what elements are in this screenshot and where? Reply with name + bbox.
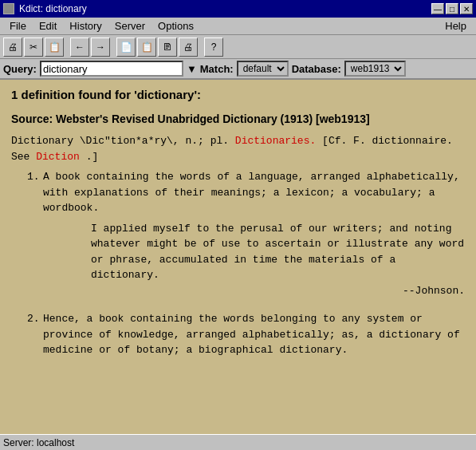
- query-label: Query:: [3, 63, 37, 75]
- menu-options[interactable]: Options: [151, 18, 200, 34]
- titlebar-controls: — □ ✕: [431, 3, 473, 14]
- menu-history[interactable]: History: [63, 18, 108, 34]
- quote-block: I applied myself to the perusal of our w…: [91, 221, 465, 299]
- database-dropdown[interactable]: web1913: [344, 61, 406, 77]
- statusbar: Server: localhost: [0, 434, 476, 450]
- quote-attribution: --Johnson.: [91, 283, 465, 299]
- titlebar: Kdict: dictionary — □ ✕: [0, 0, 476, 18]
- back-button[interactable]: ←: [70, 38, 89, 57]
- querybar: Query: ▼ Match: default Database: web191…: [0, 59, 476, 80]
- quote-text: I applied myself to the perusal of our w…: [91, 221, 465, 283]
- diction-link[interactable]: Diction: [36, 151, 80, 163]
- database-label: Database:: [292, 63, 341, 75]
- match-dropdown[interactable]: default: [237, 61, 289, 77]
- entry-header: Dictionary \Dic"tion*a*ry\, n.; pl.: [11, 135, 229, 147]
- list-item: 2. Hence, a book containing the words be…: [27, 311, 465, 358]
- toolbar: 🖨 ✂ 📋 ← → 📄 📋 🖹 🖨 ?: [0, 35, 476, 59]
- copy-button[interactable]: 📋: [45, 38, 64, 57]
- source-line: Source: Webster's Revised Unabridged Dic…: [11, 112, 465, 125]
- cut-button[interactable]: ✂: [24, 38, 43, 57]
- def-number-2: 2.: [27, 311, 40, 358]
- minimize-button[interactable]: —: [431, 3, 444, 14]
- dict-header: Dictionary \Dic"tion*a*ry\, n.; pl. Dict…: [11, 133, 465, 164]
- menu-server[interactable]: Server: [108, 18, 151, 34]
- titlebar-left: Kdict: dictionary: [3, 3, 87, 14]
- clipboard-button[interactable]: 📋: [137, 38, 156, 57]
- def-text-1: A book containing the words of a languag…: [43, 169, 465, 303]
- maximize-button[interactable]: □: [446, 3, 458, 14]
- status-text: Server: localhost: [3, 437, 74, 448]
- titlebar-title: Kdict: dictionary: [19, 3, 87, 14]
- menu-help[interactable]: Help: [439, 18, 473, 34]
- def-text-2: Hence, a book containing the words belon…: [43, 311, 465, 358]
- help-button[interactable]: ?: [204, 38, 223, 57]
- content-area: 1 definition found for 'dictionary': Sou…: [0, 80, 476, 434]
- match-label: Match:: [200, 63, 234, 75]
- dictionaries-link[interactable]: Dictionaries.: [235, 135, 316, 147]
- close-button[interactable]: ✕: [460, 3, 473, 14]
- print-button[interactable]: 🖨: [3, 38, 22, 57]
- definition-list: 1. A book containing the words of a lang…: [27, 169, 465, 358]
- menubar: File Edit History Server Options Help: [0, 18, 476, 35]
- doc-button[interactable]: 📄: [116, 38, 136, 57]
- entry-header3: .]: [86, 151, 99, 163]
- list-item: 1. A book containing the words of a lang…: [27, 169, 465, 303]
- result-count: 1 definition found for 'dictionary':: [11, 88, 465, 101]
- save-button[interactable]: 🖹: [158, 38, 177, 57]
- def-number-1: 1.: [27, 169, 40, 303]
- forward-button[interactable]: →: [91, 38, 110, 57]
- app-icon: [3, 3, 14, 14]
- query-input[interactable]: [40, 61, 183, 77]
- menu-edit[interactable]: Edit: [33, 18, 63, 34]
- dict-entry: Dictionary \Dic"tion*a*ry\, n.; pl. Dict…: [11, 133, 465, 358]
- menu-file[interactable]: File: [3, 18, 33, 34]
- query-arrow-icon: ▼: [187, 63, 197, 75]
- print2-button[interactable]: 🖨: [179, 38, 198, 57]
